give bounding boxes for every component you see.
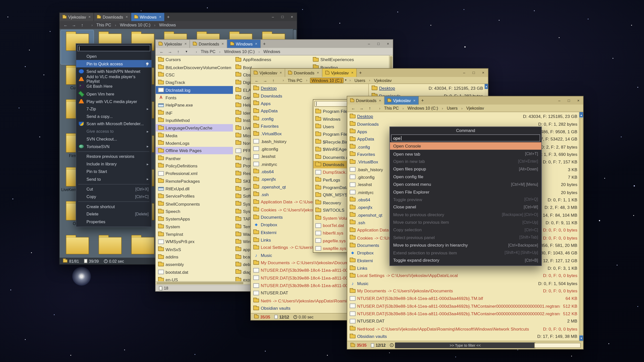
forward-icon[interactable]: → (359, 106, 364, 110)
command-item[interactable]: Open files popup[Alt+Down] (390, 165, 541, 173)
context-menu-item[interactable]: Git Bash Here▸ (76, 83, 151, 90)
close-tab-icon[interactable]: × (280, 71, 282, 75)
close-tab-icon[interactable]: × (159, 15, 161, 19)
file-row[interactable]: DesktopD: 43034, F: 125185, 23 GB (369, 84, 485, 92)
tab[interactable]: Windows× (131, 13, 165, 21)
file-row[interactable]: PolicyDefinitions (156, 162, 233, 170)
tab[interactable]: Windows× (227, 40, 261, 48)
command-item[interactable]: Toggle expand directory[Ctrl+B] (390, 256, 541, 264)
titlebar[interactable]: Vjekoslav×Downloads×Vjekoslav× + – □ × (251, 69, 488, 77)
file-row[interactable]: Fonts (156, 94, 233, 101)
context-menu-item[interactable]: Properties▸ (76, 218, 151, 225)
file-row[interactable]: WMSysPr9.prx (156, 238, 233, 245)
file-row[interactable]: HelpPane.exe (156, 101, 233, 109)
file-row[interactable]: RemotePackages (156, 177, 233, 185)
file-row[interactable]: BitLockerDiscoveryVolumeContents (156, 63, 233, 71)
type-to-filter-button[interactable]: >> Type to filter << (395, 342, 536, 348)
minimize-button[interactable]: – (459, 69, 469, 77)
up-icon[interactable]: ↑ (271, 78, 276, 82)
tab[interactable]: Downloads× (347, 96, 384, 105)
back-icon[interactable]: ← (254, 78, 259, 82)
palette-search-input[interactable]: ope (391, 134, 540, 142)
file-row[interactable]: WinSxS (156, 246, 233, 253)
breadcrumb-item[interactable]: Windows 10 (C:)▼ (112, 22, 152, 28)
close-tab-icon[interactable]: × (89, 15, 91, 19)
tab[interactable]: Vjekoslav× (60, 13, 94, 21)
close-button[interactable]: × (287, 13, 297, 21)
close-tab-icon[interactable]: × (379, 99, 381, 103)
context-menu-item[interactable]: Open▸ (76, 53, 151, 60)
scroll-up-icon[interactable]: ▲ (485, 84, 488, 89)
file-row[interactable]: Local Settings-> C:\Users\Vjekoslav\AppD… (347, 272, 579, 279)
maximize-button[interactable]: □ (374, 40, 383, 48)
folder-item[interactable] (126, 234, 159, 258)
command-item[interactable]: Open Console (390, 142, 541, 150)
file-row[interactable]: DiagTrack (156, 79, 233, 86)
command-item[interactable]: Open context menu[Ctrl+M] [Menu] (390, 180, 541, 188)
folder-item[interactable] (94, 234, 126, 258)
file-row[interactable]: ModemLogs (156, 139, 233, 147)
file-row[interactable]: ServiceProfiles (156, 192, 233, 200)
command-item[interactable]: Extend selection to previous item[Shift+… (390, 249, 541, 256)
context-menu-item[interactable]: Send a copy...▸ (76, 113, 151, 120)
context-menu-item[interactable]: SVN Checkout...▸ (76, 135, 151, 143)
command-item[interactable]: Copy selection[Ctrl+C] (390, 226, 541, 234)
context-menu-item[interactable]: Delete[Delete]▸ (76, 210, 151, 218)
context-menu-item[interactable]: Create shortcut▸ (76, 203, 151, 210)
file-row[interactable]: AppReadiness (233, 56, 310, 63)
close-tab-icon[interactable]: × (351, 71, 353, 75)
minimize-button[interactable]: – (364, 40, 374, 48)
titlebar[interactable]: Downloads×Vjekoslav× + – □ × (347, 96, 583, 105)
back-icon[interactable]: ← (63, 23, 68, 27)
file-row[interactable]: NTUSER.DAT{53b39e88-18c4-11ea-a811-000d3… (347, 295, 579, 302)
command-item[interactable]: Move cursor to previous item[Ctrl+Up] (390, 218, 541, 226)
up-icon[interactable]: ↑ (367, 106, 372, 110)
command-item[interactable]: Select previous panel[Shift+Tab] (390, 234, 541, 241)
file-row[interactable]: Panther (156, 154, 233, 162)
context-menu-item[interactable]: TortoiseSVN▸ (76, 143, 151, 150)
context-menu-item[interactable]: Scan with Microsoft Defender...▸ (76, 120, 151, 128)
up-icon[interactable]: ↑ (176, 49, 181, 54)
breadcrumb-item[interactable]: This PC▼ (280, 77, 304, 83)
file-row[interactable]: NTUSER.DAT{53b39e88-18c4-11ea-a811-000d3… (347, 310, 579, 317)
breadcrumb-item[interactable]: Users▼ (439, 106, 459, 111)
context-menu-item[interactable]: Send with NordVPN Meshnet▸ (76, 68, 151, 75)
close-tab-icon[interactable]: × (222, 42, 224, 46)
command-item[interactable]: Open File Explorer (390, 188, 541, 195)
history-dropdown-icon[interactable]: ▼ (184, 50, 189, 53)
breadcrumb-item[interactable]: This PC▼ (89, 22, 112, 28)
up-icon[interactable]: ↑ (79, 23, 85, 27)
close-button[interactable]: × (478, 69, 488, 77)
context-menu-item[interactable]: Add to VLC media player's Playlist▸ (76, 75, 151, 83)
context-menu-item[interactable]: Cut[Ctrl+X]▸ (76, 185, 151, 193)
file-row[interactable]: Professional.xml (156, 170, 233, 177)
file-row[interactable]: DtcInstall.log (156, 86, 233, 94)
maximize-button[interactable]: □ (564, 96, 574, 105)
file-row[interactable]: INF (156, 109, 233, 116)
breadcrumb-item[interactable]: Users▼ (347, 77, 367, 83)
file-row[interactable]: MusicD: 0, F: 1, 504 bytes (347, 279, 579, 287)
titlebar[interactable]: Vjekoslav×Downloads×Windows× + – □ × (60, 13, 297, 21)
context-menu-item[interactable]: ▸ (76, 201, 151, 203)
minimize-button[interactable]: – (555, 96, 564, 105)
command-item[interactable]: Open in new tab[Ctrl+Enter] (390, 157, 541, 165)
close-tab-icon[interactable]: × (317, 71, 319, 75)
file-row[interactable]: DesktopD: 43034, F: 125185, 23 GB (347, 112, 579, 120)
file-row[interactable]: assembly (156, 261, 233, 268)
command-item[interactable]: Move to previous directory[Backspace] [C… (390, 211, 541, 218)
new-tab-button[interactable]: + (165, 13, 172, 21)
context-menu-item[interactable]: Open Vim here▸ (76, 90, 151, 98)
scroll-down-icon[interactable]: ▼ (579, 335, 583, 341)
file-row[interactable]: InputMethod (156, 117, 233, 124)
close-tab-icon[interactable]: × (413, 99, 416, 103)
file-row[interactable]: Speech (156, 208, 233, 215)
breadcrumb-item[interactable]: Windows▼ (256, 49, 281, 54)
close-button[interactable]: × (383, 40, 393, 48)
scrollbar-thumb[interactable] (156, 282, 243, 284)
context-menu-item[interactable]: Play with VLC media player▸ (76, 98, 151, 105)
titlebar[interactable]: Vjekoslav×Downloads×Windows× + – □ × (156, 40, 393, 48)
filter-input[interactable] (534, 343, 581, 348)
file-row[interactable]: My Documents-> C:\Users\Vjekoslav\Docume… (347, 287, 579, 295)
breadcrumb-item[interactable]: This PC▼ (193, 49, 217, 54)
tab[interactable]: Downloads× (190, 40, 227, 48)
